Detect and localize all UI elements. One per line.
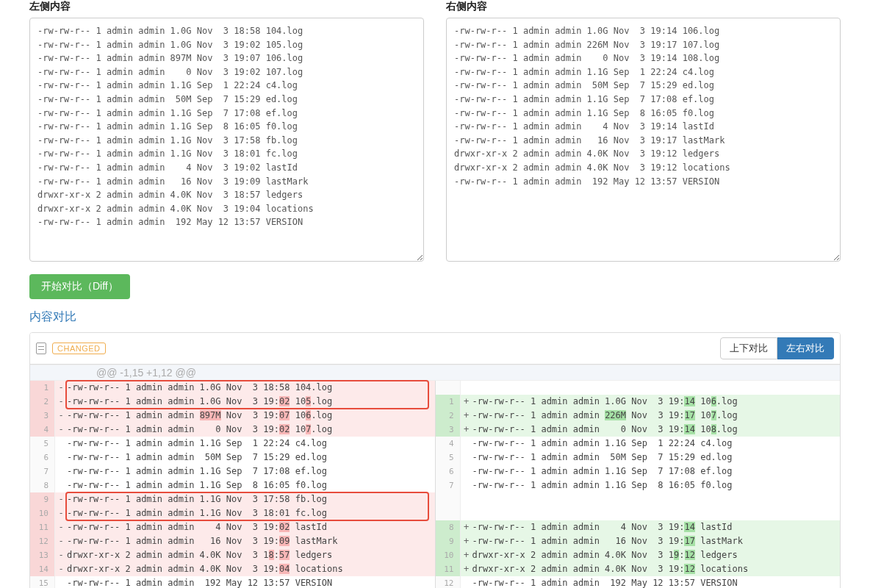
diff-sign: - (55, 381, 67, 395)
diff-row: 14-drwxr-xr-x 2 admin admin 4.0K Nov 3 1… (30, 562, 435, 576)
line-number: 11 (436, 562, 461, 576)
diff-code: -rw-rw-r-- 1 admin admin 1.0G Nov 3 19:1… (472, 395, 841, 409)
diff-row (436, 492, 841, 506)
diff-sign: + (461, 409, 472, 423)
diff-code: -rw-rw-r-- 1 admin admin 1.1G Sep 8 16:0… (67, 478, 435, 492)
diff-row: 4-rw-rw-r-- 1 admin admin 1.1G Sep 1 22:… (436, 437, 841, 451)
diff-code: -rw-rw-r-- 1 admin admin 4 Nov 3 19:14 l… (472, 520, 841, 534)
diff-row: 9--rw-rw-r-- 1 admin admin 1.1G Nov 3 17… (30, 492, 435, 506)
diff-header: CHANGED 上下对比 左右对比 (30, 333, 840, 365)
diff-row: 6-rw-rw-r-- 1 admin admin 50M Sep 7 15:2… (30, 451, 435, 465)
diff-code: -rw-rw-r-- 1 admin admin 192 May 12 13:5… (67, 576, 435, 588)
diff-code (472, 381, 841, 395)
diff-right-side: 1+-rw-rw-r-- 1 admin admin 1.0G Nov 3 19… (436, 381, 841, 588)
diff-sign: - (55, 506, 67, 520)
diff-code: drwxr-xr-x 2 admin admin 4.0K Nov 3 19:0… (67, 562, 435, 576)
diff-code: -rw-rw-r-- 1 admin admin 50M Sep 7 15:29… (472, 451, 841, 465)
line-number: 12 (30, 534, 55, 548)
right-panel-label: 右侧内容 (446, 0, 841, 13)
diff-code: -rw-rw-r-- 1 admin admin 897M Nov 3 19:0… (67, 409, 435, 423)
diff-sign (461, 451, 472, 465)
diff-code: -rw-rw-r-- 1 admin admin 16 Nov 3 19:09 … (67, 534, 435, 548)
diff-code (472, 506, 841, 520)
diff-row: 3+-rw-rw-r-- 1 admin admin 0 Nov 3 19:14… (436, 423, 841, 437)
line-number (436, 506, 461, 520)
view-updown-button[interactable]: 上下对比 (720, 337, 777, 359)
diff-row (436, 381, 841, 395)
line-number: 8 (436, 520, 461, 534)
diff-sign: - (55, 562, 67, 576)
line-number: 8 (30, 478, 55, 492)
diff-code: drwxr-xr-x 2 admin admin 4.0K Nov 3 19:1… (472, 548, 841, 562)
diff-code: -rw-rw-r-- 1 admin admin 226M Nov 3 19:1… (472, 409, 841, 423)
diff-row: 15-rw-rw-r-- 1 admin admin 192 May 12 13… (30, 576, 435, 588)
diff-row: 2--rw-rw-r-- 1 admin admin 1.0G Nov 3 19… (30, 395, 435, 409)
diff-sign: - (55, 520, 67, 534)
diff-sign (461, 478, 472, 492)
diff-code: -rw-rw-r-- 1 admin admin 16 Nov 3 19:17 … (472, 534, 841, 548)
diff-sign: + (461, 423, 472, 437)
diff-sign: - (55, 409, 67, 423)
view-leftright-button[interactable]: 左右对比 (777, 337, 834, 359)
line-number: 5 (436, 451, 461, 465)
line-number: 1 (30, 381, 55, 395)
diff-sign: - (55, 492, 67, 506)
diff-code: -rw-rw-r-- 1 admin admin 1.1G Sep 1 22:2… (67, 437, 435, 451)
line-number: 5 (30, 437, 55, 451)
diff-sign: - (55, 548, 67, 562)
diff-body: 1--rw-rw-r-- 1 admin admin 1.0G Nov 3 18… (30, 381, 840, 588)
left-panel-label: 左侧内容 (29, 0, 424, 13)
diff-sign: + (461, 534, 472, 548)
diff-row: 5-rw-rw-r-- 1 admin admin 50M Sep 7 15:2… (436, 451, 841, 465)
diff-sign (55, 478, 67, 492)
diff-sign: - (55, 395, 67, 409)
diff-section-title: 内容对比 (29, 309, 841, 325)
line-number: 6 (30, 451, 55, 465)
diff-sign (461, 492, 472, 506)
diff-code: -rw-rw-r-- 1 admin admin 1.0G Nov 3 18:5… (67, 381, 435, 395)
diff-sign: + (461, 548, 472, 562)
line-number (436, 492, 461, 506)
diff-code: -rw-rw-r-- 1 admin admin 0 Nov 3 19:02 1… (67, 423, 435, 437)
diff-row: 8+-rw-rw-r-- 1 admin admin 4 Nov 3 19:14… (436, 520, 841, 534)
right-input-panel: 右侧内容 (446, 0, 841, 264)
line-number: 14 (30, 562, 55, 576)
diff-code: drwxr-xr-x 2 admin admin 4.0K Nov 3 19:1… (472, 562, 841, 576)
line-number: 9 (30, 492, 55, 506)
left-content-textarea[interactable] (29, 18, 424, 262)
line-number: 1 (436, 395, 461, 409)
line-number: 12 (436, 576, 461, 588)
diff-code: -rw-rw-r-- 1 admin admin 1.1G Sep 7 17:0… (67, 465, 435, 478)
hunk-header: @@ -1,15 +1,12 @@ (30, 365, 840, 381)
line-number: 2 (436, 409, 461, 423)
diff-row: 2+-rw-rw-r-- 1 admin admin 226M Nov 3 19… (436, 409, 841, 423)
line-number: 7 (436, 478, 461, 492)
line-number: 3 (436, 423, 461, 437)
diff-sign (461, 576, 472, 588)
line-number: 9 (436, 534, 461, 548)
line-number: 7 (30, 465, 55, 478)
diff-row: 8-rw-rw-r-- 1 admin admin 1.1G Sep 8 16:… (30, 478, 435, 492)
diff-code: -rw-rw-r-- 1 admin admin 0 Nov 3 19:14 1… (472, 423, 841, 437)
diff-row: 7-rw-rw-r-- 1 admin admin 1.1G Sep 8 16:… (436, 478, 841, 492)
diff-sign: + (461, 520, 472, 534)
diff-row: 11+drwxr-xr-x 2 admin admin 4.0K Nov 3 1… (436, 562, 841, 576)
diff-code: -rw-rw-r-- 1 admin admin 50M Sep 7 15:29… (67, 451, 435, 465)
diff-sign (55, 465, 67, 478)
line-number: 4 (30, 423, 55, 437)
start-diff-button[interactable]: 开始对比（Diff） (29, 274, 130, 299)
changed-badge: CHANGED (52, 343, 106, 354)
diff-row: 11--rw-rw-r-- 1 admin admin 4 Nov 3 19:0… (30, 520, 435, 534)
line-number: 13 (30, 548, 55, 562)
diff-row (436, 506, 841, 520)
diff-code: -rw-rw-r-- 1 admin admin 192 May 12 13:5… (472, 576, 841, 588)
diff-row: 1--rw-rw-r-- 1 admin admin 1.0G Nov 3 18… (30, 381, 435, 395)
line-number: 3 (30, 409, 55, 423)
diff-code: -rw-rw-r-- 1 admin admin 4 Nov 3 19:02 l… (67, 520, 435, 534)
diff-row: 5-rw-rw-r-- 1 admin admin 1.1G Sep 1 22:… (30, 437, 435, 451)
right-content-textarea[interactable] (446, 18, 841, 262)
diff-container: CHANGED 上下对比 左右对比 @@ -1,15 +1,12 @@ 1--r… (29, 332, 841, 588)
diff-row: 6-rw-rw-r-- 1 admin admin 1.1G Sep 7 17:… (436, 465, 841, 478)
diff-sign: + (461, 562, 472, 576)
line-number (436, 381, 461, 395)
